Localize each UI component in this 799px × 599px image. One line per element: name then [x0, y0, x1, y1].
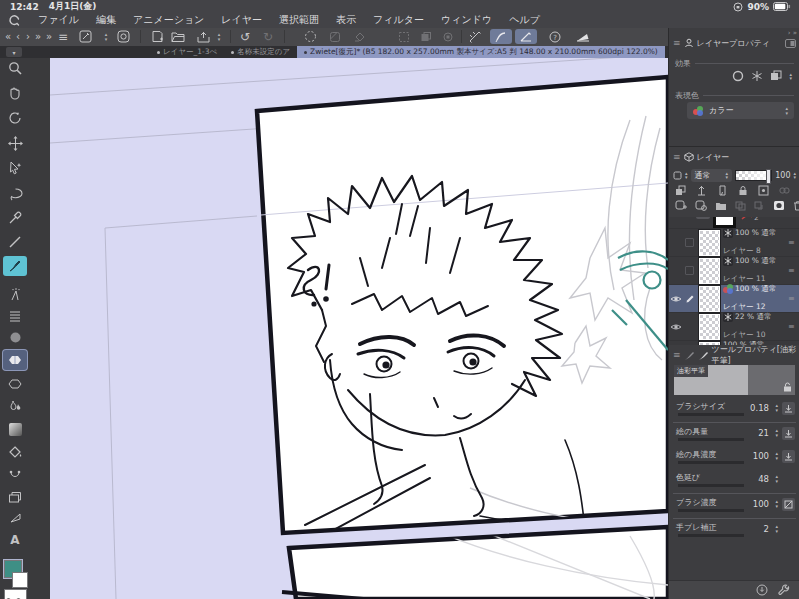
selection-lasso-tool[interactable]	[3, 184, 27, 204]
dim-tool-4-icon[interactable]	[419, 29, 433, 44]
dim-tool-5-icon[interactable]	[441, 29, 455, 44]
menu-selection[interactable]: 選択範囲	[279, 13, 319, 27]
reference-layer-icon[interactable]	[696, 185, 707, 196]
zoom-tool[interactable]	[3, 58, 27, 78]
color-mode-spinner[interactable]: ▴▾	[785, 106, 788, 115]
value-spinner[interactable]: ▴▾	[775, 403, 778, 412]
eraser-soft-tool[interactable]	[3, 374, 27, 394]
layer-row-10[interactable]: 22 % 通常 レイヤー 10 ≡	[669, 313, 799, 341]
value-spinner[interactable]: ▴▾	[775, 499, 778, 508]
effect-spinner[interactable]: ▴▾	[789, 72, 792, 81]
border-effect-icon[interactable]	[732, 70, 744, 82]
visibility-cell[interactable]	[669, 323, 683, 331]
transparent-color-swatch[interactable]	[4, 589, 27, 599]
expand-end-icon[interactable]: »	[42, 29, 56, 44]
layer-panel-header[interactable]: ≡ レイヤー	[669, 150, 799, 164]
draft-layer-icon[interactable]	[717, 185, 728, 196]
layer-row-8[interactable]: 100 % 通常 レイヤー 8 ≡	[669, 229, 799, 257]
document-tab-2[interactable]: 名称未設定のア	[224, 46, 297, 58]
row-grip-icon[interactable]: ≡	[788, 238, 799, 247]
view-settings-icon[interactable]	[116, 29, 130, 44]
blend-mode-dropdown[interactable]: 通常 ▴▾	[691, 169, 733, 182]
row-grip-icon[interactable]: ≡	[788, 266, 799, 275]
antialias-selection-icon[interactable]	[303, 29, 317, 44]
value-spinner[interactable]: ▴▾	[775, 451, 778, 460]
new-layer-icon[interactable]	[675, 200, 687, 211]
tool-property-header[interactable]: ≡ ツールプロパティ[油彩平筆]	[669, 348, 799, 362]
slider-paint-density[interactable]: 絵の具濃度 100 ▴▾	[674, 448, 795, 469]
panel-dock-icon[interactable]	[785, 39, 796, 48]
slider-color-stretch[interactable]: 色延び 48 ▴▾	[674, 471, 795, 492]
subtool-brush-icon[interactable]	[698, 350, 709, 361]
snap-guide-icon[interactable]	[515, 29, 537, 44]
open-file-icon[interactable]	[171, 29, 185, 44]
wrench-settings-icon[interactable]	[778, 584, 790, 596]
file-updown-icon[interactable]: ▴▾	[212, 29, 226, 44]
visibility-cell[interactable]	[669, 295, 683, 303]
menu-layer[interactable]: レイヤー	[221, 13, 262, 27]
airbrush-tool[interactable]	[3, 284, 27, 304]
layer-mask-icon[interactable]	[773, 200, 785, 211]
slider-paint-amount[interactable]: 絵の具量 21 ▴▾	[674, 425, 795, 446]
lock-transparent-pixels-icon[interactable]	[758, 185, 769, 196]
background-color-swatch[interactable]	[12, 572, 28, 588]
snap-ruler-icon[interactable]	[468, 29, 482, 44]
slider-stabilization[interactable]: 手ブレ補正 2 ▴▾	[674, 521, 795, 542]
text-tool[interactable]: A	[3, 530, 27, 550]
slider-brush-size[interactable]: ブラシサイズ 0.18 ▴▾	[674, 400, 795, 421]
slider-brush-density[interactable]: ブラシ濃度 100 ▴▾	[674, 496, 795, 517]
lock-layer-icon[interactable]	[738, 185, 748, 196]
undo-icon[interactable]: ↺	[238, 29, 252, 44]
menu-file[interactable]: ファイル	[38, 13, 79, 27]
source-setting-icon[interactable]	[782, 427, 795, 440]
fill-bucket-tool[interactable]	[3, 442, 27, 462]
row-grip-icon[interactable]: ≡	[788, 294, 799, 303]
save-file-icon[interactable]	[196, 29, 210, 44]
source-setting-icon[interactable]	[782, 450, 795, 463]
brush-preview[interactable]: 油彩平筆	[674, 365, 795, 395]
row-grip-icon[interactable]: ≡	[788, 322, 799, 331]
brush-tool-active[interactable]	[3, 256, 27, 276]
new-file-icon[interactable]	[150, 29, 164, 44]
source-setting-icon[interactable]	[782, 402, 795, 415]
menu-animation[interactable]: アニメーション	[133, 13, 204, 27]
figure-tool[interactable]	[3, 465, 27, 485]
expression-color-dropdown[interactable]: カラー ▴▾	[687, 102, 794, 119]
reset-view-icon[interactable]: ?	[548, 29, 562, 44]
new-layer-settings-icon[interactable]	[695, 200, 707, 211]
delete-layer-icon[interactable]	[793, 200, 799, 211]
menu-filter[interactable]: フィルター	[373, 13, 424, 27]
combine-mode-spinner[interactable]: ▴▾	[685, 171, 688, 180]
panel-menu-icon[interactable]: ≡	[673, 350, 681, 360]
value-spinner[interactable]: ▴▾	[775, 428, 778, 437]
pen-tool[interactable]	[3, 232, 27, 252]
clip-at-layer-below-icon[interactable]	[675, 185, 686, 196]
document-tab-active[interactable]: Zwiete[復元]* (B5 182.00 x 257.00mm 製本サイズ:…	[297, 46, 665, 58]
menu-help[interactable]: ヘルプ	[509, 13, 540, 27]
move-layer-tool[interactable]	[3, 133, 27, 153]
document-tab-1[interactable]: レイヤー_1-3ぺ	[150, 46, 224, 58]
frame-border-tool[interactable]	[3, 487, 27, 507]
opacity-spinner[interactable]: ▴▾	[793, 171, 796, 180]
subtool-brush-dim-icon[interactable]	[684, 350, 695, 361]
value-spinner[interactable]: ▴▾	[775, 474, 778, 483]
menu-view[interactable]: 表示	[336, 13, 356, 27]
new-folder-icon[interactable]	[715, 201, 727, 211]
dim-tool-1-icon[interactable]	[328, 29, 342, 44]
gradient-tool[interactable]	[3, 419, 27, 439]
hand-tool[interactable]	[3, 83, 27, 103]
decoration-tool[interactable]	[3, 306, 27, 326]
layer-opacity-slider[interactable]	[735, 170, 772, 181]
snap-special-ruler-icon[interactable]	[490, 29, 512, 44]
tone-effect-icon[interactable]	[751, 70, 763, 82]
menu-window[interactable]: ウィンドウ	[441, 13, 492, 27]
size-updown-icon[interactable]: ▴▾	[99, 29, 113, 44]
pen-slope-icon[interactable]	[575, 29, 591, 44]
combine-mode-icon[interactable]	[673, 171, 682, 180]
rotate-canvas-tool[interactable]	[3, 108, 27, 128]
preset-lock-icon[interactable]	[783, 382, 792, 392]
pastel-tool[interactable]	[3, 327, 27, 347]
texture-option-icon[interactable]	[782, 498, 795, 511]
operation-tool[interactable]	[3, 158, 27, 178]
clip-studio-logo-icon[interactable]	[8, 14, 21, 27]
